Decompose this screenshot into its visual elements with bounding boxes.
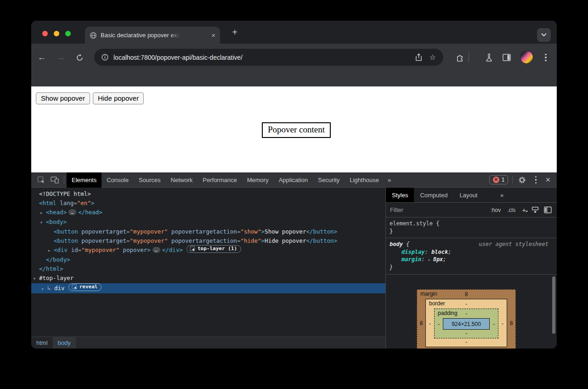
tab-search-button[interactable] <box>537 28 551 42</box>
devtools-tab-console[interactable]: Console <box>102 172 134 188</box>
more-styles-tabs-button[interactable]: » <box>497 188 508 203</box>
collapse-arrow-icon[interactable]: ▾ <box>33 274 39 283</box>
computed-panel-toggle-button[interactable] <box>544 206 552 213</box>
styles-scrollbar[interactable] <box>552 276 555 334</box>
side-panel-button[interactable] <box>498 49 515 66</box>
inspect-icon <box>72 284 77 290</box>
reload-button[interactable] <box>71 49 88 66</box>
forward-button[interactable]: → <box>52 49 69 66</box>
devtools-tab-elements[interactable]: Elements <box>67 172 102 188</box>
toggle-pseudo-button[interactable]: :hov <box>491 207 501 213</box>
dom-tree-row[interactable]: </html> <box>31 264 385 274</box>
breadcrumb-body[interactable]: body <box>53 337 76 349</box>
devtools-tab-lighthouse[interactable]: Lighthouse <box>345 172 384 188</box>
breadcrumb: html body <box>31 337 385 349</box>
element-style-section[interactable]: element.style { } <box>386 217 557 238</box>
adorner-badge[interactable]: reveal <box>68 283 102 291</box>
extensions-button[interactable] <box>452 49 468 66</box>
close-window-button[interactable] <box>42 31 48 36</box>
browser-toolbar: ← → localhost:7800/popover-api/basic-dec… <box>31 44 557 86</box>
bookmark-star-icon[interactable]: ☆ <box>430 53 436 62</box>
dom-tree-row[interactable]: ▸↳ div reveal <box>31 283 385 293</box>
more-panels-button[interactable]: » <box>384 177 395 183</box>
puzzle-icon <box>456 53 464 62</box>
url-text: localhost:7800/popover-api/basic-declara… <box>113 54 408 61</box>
dom-tree-row[interactable]: <button popovertarget="mypopover" popove… <box>31 236 385 246</box>
breadcrumb-html[interactable]: html <box>31 337 53 349</box>
rule-origin: user agent stylesheet <box>479 240 548 248</box>
back-button[interactable]: ← <box>34 49 50 66</box>
browser-tab[interactable]: Basic declarative popover exa × <box>85 27 220 44</box>
dom-tree-row[interactable]: ▸<div id="mypopover" popover>…</div> top… <box>31 245 385 255</box>
page-buttons: Show popover Hide popover <box>36 92 144 104</box>
devtools-tab-performance[interactable]: Performance <box>198 172 242 188</box>
site-info-icon[interactable] <box>102 54 108 61</box>
devtools-tab-application[interactable]: Application <box>274 172 313 188</box>
hide-popover-button[interactable]: Hide popover <box>93 92 144 104</box>
tab-strip: Basic declarative popover exa × + <box>31 21 557 44</box>
gear-icon <box>518 176 526 184</box>
dom-tree-row[interactable]: <!DOCTYPE html> <box>31 189 385 199</box>
devtools-tab-network[interactable]: Network <box>166 172 198 188</box>
address-bar[interactable]: localhost:7800/popover-api/basic-declara… <box>94 49 443 66</box>
flask-icon <box>485 53 493 62</box>
expand-children-button[interactable]: … <box>153 247 160 253</box>
show-popover-button[interactable]: Show popover <box>36 92 90 104</box>
box-model-border: border - - padding - <box>425 299 507 347</box>
styles-sidebar: StylesComputedLayout » Filter :hov .cls … <box>386 188 557 349</box>
toggle-class-button[interactable]: .cls <box>507 207 515 213</box>
dom-tree: <!DOCTYPE html><html lang="en">▸<head>…<… <box>31 188 385 337</box>
tab-close-icon[interactable]: × <box>211 32 215 39</box>
dom-tree-row[interactable]: </body> <box>31 255 385 264</box>
rendering-emulation-button[interactable] <box>531 206 539 213</box>
css-property[interactable]: display: block; <box>390 248 553 256</box>
adorner-badge[interactable]: top-layer (1) <box>187 245 241 253</box>
styles-tab-styles[interactable]: Styles <box>386 188 414 202</box>
new-style-rule-button[interactable]: + <box>522 206 526 214</box>
rule-selector: body <box>390 241 403 247</box>
expand-shorthand-arrow[interactable]: ▸ <box>428 257 433 262</box>
dom-tree-row[interactable]: <button popovertarget="mypopover" popove… <box>31 227 385 236</box>
styles-tabs: StylesComputedLayout <box>386 188 557 203</box>
devtools-toolbar: ElementsConsoleSourcesNetworkPerformance… <box>31 172 557 188</box>
devtools-panel: ElementsConsoleSourcesNetworkPerformance… <box>31 172 557 349</box>
dom-tree-row[interactable]: ▾#top-layer <box>31 274 385 283</box>
styles-tab-computed[interactable]: Computed <box>414 188 453 202</box>
dom-tree-row[interactable]: <html lang="en"> <box>31 199 385 208</box>
dom-tree-row[interactable]: ▸<head>…</head> <box>31 208 385 217</box>
devtools-tab-security[interactable]: Security <box>313 172 345 188</box>
new-tab-button[interactable]: + <box>230 28 240 38</box>
globe-favicon-icon <box>90 32 97 39</box>
profile-avatar[interactable] <box>520 51 533 64</box>
devtools-tab-memory[interactable]: Memory <box>242 172 274 188</box>
share-button[interactable] <box>415 53 422 61</box>
error-icon: ✕ <box>493 177 499 183</box>
box-model-content: 924×21.500 <box>443 318 490 330</box>
user-agent-rule-section[interactable]: body { user agent stylesheet display: bl… <box>386 238 557 275</box>
collapse-arrow-icon[interactable]: ▾ <box>40 218 46 227</box>
device-toolbar-button[interactable] <box>48 172 62 187</box>
share-icon <box>415 53 422 61</box>
dom-tree-row[interactable]: ▾<body> <box>31 217 385 227</box>
minimize-window-button[interactable] <box>54 31 59 36</box>
expand-arrow-icon[interactable]: ▸ <box>40 208 46 217</box>
toolbar-divider <box>512 176 513 184</box>
devtools-settings-button[interactable] <box>515 172 529 187</box>
elements-pane: <!DOCTYPE html><html lang="en">▸<head>…<… <box>31 188 386 349</box>
three-dots-icon <box>545 54 547 62</box>
browser-menu-button[interactable] <box>537 49 554 66</box>
styles-tab-layout[interactable]: Layout <box>453 188 483 202</box>
expand-arrow-icon[interactable]: ▸ <box>41 284 47 293</box>
error-badge[interactable]: ✕ 1 <box>489 175 509 184</box>
expand-children-button[interactable]: … <box>68 209 76 215</box>
devtools-tab-sources[interactable]: Sources <box>134 172 166 188</box>
box-model-diagram: margin 8 8 border - - <box>417 289 516 349</box>
css-property[interactable]: margin: ▸ 8px; <box>390 256 553 264</box>
inspect-element-button[interactable] <box>34 172 48 187</box>
zoom-window-button[interactable] <box>65 31 71 36</box>
devtools-menu-button[interactable] <box>529 172 543 187</box>
filter-input[interactable]: Filter <box>390 206 491 213</box>
expand-arrow-icon[interactable]: ▸ <box>48 246 54 255</box>
devtools-close-button[interactable]: × <box>543 175 553 185</box>
experiments-button[interactable] <box>481 49 497 66</box>
